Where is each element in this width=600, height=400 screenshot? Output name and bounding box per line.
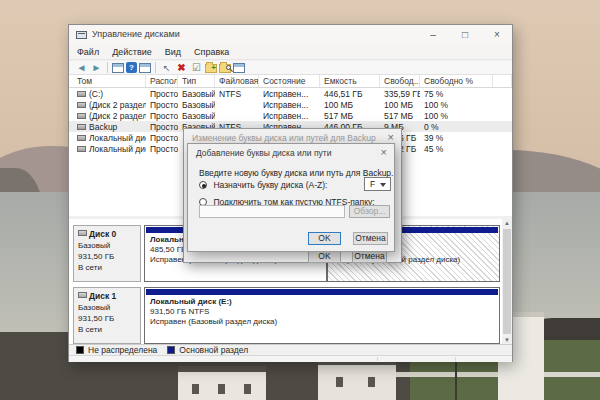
dialog-title: Добавление буквы диска или пути [188,144,394,161]
ok-button[interactable]: OK [308,232,341,245]
col-capacity[interactable]: Емкость [320,75,380,87]
cell-free-pct: 45 % [420,144,493,154]
menu-action[interactable]: Действие [112,47,152,57]
legend-bar: Не распределена Основной раздел [69,344,512,355]
menu-file[interactable]: Файл [77,47,99,57]
disk-1-label[interactable]: Диск 1 Базовый 931,50 ГБ В сети [73,287,141,344]
cell-capacity: 446,51 ГБ [320,89,380,99]
cell-free-pct: 39 % [420,133,493,143]
partition-label: Локальный диск (E:) [150,297,232,306]
building-window [368,377,375,387]
partition-status: Исправен (Базовый раздел диска) [150,317,277,326]
disk-size: 931,50 ГБ [78,314,114,323]
cancel-button[interactable]: Отмена [353,232,388,245]
properties-window-icon[interactable] [233,63,245,73]
cell-capacity: 100 МБ [320,100,380,110]
cell-free: 517 МБ [380,111,420,121]
toolbar-separator [107,62,108,73]
close-icon[interactable]: × [381,147,387,158]
menu-view[interactable]: Вид [165,47,181,57]
maximize-button[interactable]: □ [450,25,480,45]
toolbar-separator [155,62,156,73]
disk-type: Базовый [78,241,110,250]
menu-help[interactable]: Справка [194,47,229,57]
title-bar[interactable]: Управление дисками – □ × [69,25,512,45]
cell-free: 335,59 ГБ [380,89,420,99]
browse-button[interactable]: Обзор... [349,205,390,218]
chevron-down-icon [380,183,386,187]
cell-free-pct: 0 % [420,122,493,132]
minimize-button[interactable]: – [418,25,448,45]
cell-capacity: 517 МБ [320,111,380,121]
volume-list-header: Том Располо... Тип Файловая с... Состоян… [69,75,512,88]
assign-letter-option[interactable]: Назначить букву диска (A-Z): [199,180,327,190]
partition-e-drive[interactable]: Локальный диск (E:) 931,50 ГБ NTFS Испра… [144,287,500,344]
col-filler [493,75,512,87]
disk-icon [78,292,87,298]
col-layout[interactable]: Располо... [146,75,178,87]
col-type[interactable]: Тип [178,75,215,87]
col-free[interactable]: Свобод.. [380,75,420,87]
toolbar: ◄ ► ? ↖ ✖ ☑ + [69,61,512,75]
legend-unallocated-label: Не распределена [88,345,157,355]
col-filesystem[interactable]: Файловая с... [215,75,259,87]
cell-free-pct: 100 % [420,111,493,121]
forward-arrow-icon[interactable]: ► [90,62,103,74]
scroll-down-icon[interactable]: ▼ [502,337,512,343]
drive-letter-value: F [370,179,375,189]
close-icon[interactable]: × [388,132,394,143]
status-separator [377,357,378,361]
cell-layout: Простой [146,133,178,143]
partition-color-bar [146,289,498,295]
folder-search-icon[interactable] [219,64,231,73]
disk-icon [78,230,87,236]
volume-icon [77,135,86,141]
disk-status: В сети [78,325,102,334]
cell-layout: Простой [146,144,178,154]
disk-name: Диск 0 [89,229,116,239]
folder-add-icon[interactable]: + [205,64,217,73]
cell-free-pct: 75 % [420,89,493,99]
building-window [336,377,343,387]
status-separator [455,357,456,361]
radio-selected-icon[interactable] [199,181,207,189]
cell-fs: NTFS [215,89,259,99]
check-list-icon[interactable]: ☑ [190,62,203,74]
legend-primary-swatch [167,346,175,354]
desktop: Управление дисками – □ × Файл Действие В… [0,0,600,400]
table-row[interactable]: (C:) Простой Базовый NTFS Исправен... 44… [69,88,512,99]
cell-type: Базовый [178,100,215,110]
building-window [218,384,225,394]
action-pane-icon[interactable] [139,63,151,73]
help-icon[interactable]: ? [126,62,137,73]
cell-status: Исправен... [259,111,320,121]
col-status[interactable]: Состояние [259,75,320,87]
pointer-icon[interactable]: ↖ [160,62,173,74]
delete-volume-icon[interactable]: ✖ [175,62,188,74]
table-row[interactable]: (Диск 2 раздел 1) Простой Базовый Исправ… [69,99,512,110]
menu-bar: Файл Действие Вид Справка [69,45,512,60]
volume-icon [77,91,86,97]
cell-type: Базовый [178,111,215,121]
building-window [192,384,199,394]
stone-wall [392,372,600,377]
disk-0-label[interactable]: Диск 0 Базовый 931,50 ГБ В сети [73,225,141,282]
scroll-up-icon[interactable]: ▲ [502,220,512,226]
volume-name: (Диск 2 раздел 1) [89,100,146,110]
cell-status: Исправен... [259,100,320,110]
back-arrow-icon[interactable]: ◄ [75,62,88,74]
close-button[interactable]: × [482,25,512,45]
cell-layout: Простой [146,89,178,99]
disk-status: В сети [78,263,102,272]
console-tree-icon[interactable] [112,63,124,73]
table-row[interactable]: (Диск 2 раздел 4) Простой Базовый Исправ… [69,110,512,121]
volume-icon [77,113,86,119]
drive-letter-select[interactable]: F [364,177,391,191]
assign-letter-label: Назначить букву диска (A-Z): [213,180,327,190]
vertical-scrollbar[interactable]: ▲ ▼ [502,219,512,344]
mount-path-input[interactable] [199,205,345,218]
legend-unallocated-swatch [76,346,84,354]
col-volume[interactable]: Том [73,75,146,87]
col-free-pct[interactable]: Свободно % [420,75,493,87]
scrollbar-thumb[interactable] [503,229,511,334]
